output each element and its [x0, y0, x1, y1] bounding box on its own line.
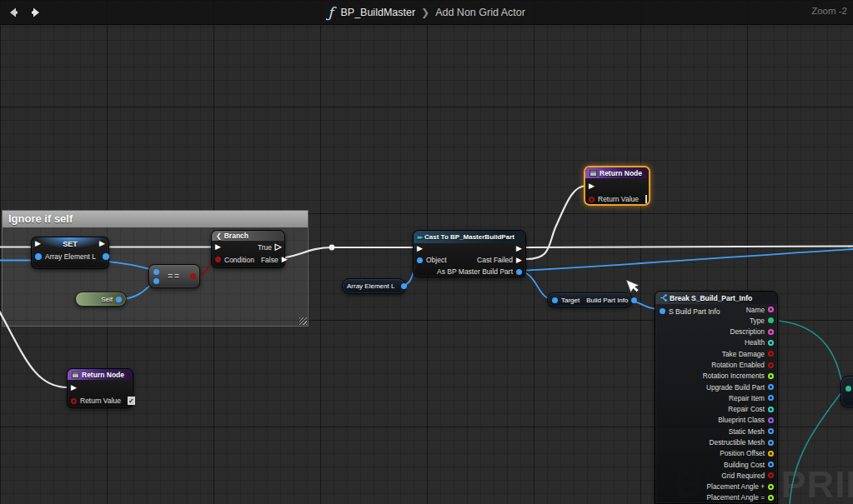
node-return-bottom[interactable]: Return Node ▶ Return Value — [67, 368, 133, 408]
pin-label: Build Part Info — [586, 297, 628, 304]
break-output-row: Description — [655, 327, 774, 337]
object-pin[interactable] — [417, 257, 423, 263]
node-partial-right-edge[interactable] — [840, 376, 853, 407]
false-exec-pin[interactable]: ▶ — [282, 256, 288, 263]
return-value-pin[interactable] — [71, 398, 77, 404]
break-output-row: Type — [655, 315, 774, 326]
node-title: SET — [44, 240, 96, 248]
output-pin[interactable] — [768, 417, 774, 423]
output-pin[interactable] — [768, 329, 774, 335]
node-self-getter[interactable]: Self — [75, 292, 127, 307]
output-pin[interactable] — [768, 428, 774, 434]
return-value-checkbox[interactable] — [128, 397, 135, 405]
node-title: Branch — [224, 232, 248, 240]
pin-label: True — [258, 243, 272, 252]
output-pin[interactable] — [768, 407, 774, 412]
output-pin[interactable] — [768, 351, 774, 357]
node-title: Return Node — [82, 371, 124, 379]
output-pin[interactable] — [768, 440, 774, 446]
node-set-array-element[interactable]: ▶ SET ▶ Array Element L — [31, 237, 109, 269]
node-array-element-getter[interactable]: Array Element L — [342, 278, 406, 294]
break-output-row: Repair Item — [655, 392, 774, 403]
exec-in-pin[interactable]: ▶ — [71, 384, 77, 392]
node-cast-to-bp-masterbuildpart[interactable]: ▸▸ Cast To BP_MasterBuildPart ▶ ▶ Object… — [413, 230, 526, 277]
pin-label: Grid Required — [721, 472, 765, 480]
pin-label: Rotation Increments — [703, 372, 765, 380]
node-title: Break S_Build_Part_Info — [670, 294, 752, 302]
cast-icon: ▸▸ — [418, 234, 422, 241]
breadcrumb-separator-icon: ❯ — [421, 7, 429, 18]
output-pin[interactable] — [768, 340, 774, 346]
wire-asbp-right — [521, 249, 853, 271]
build-part-info-out-pin[interactable] — [631, 297, 637, 303]
pin-label: Health — [745, 338, 765, 347]
output-pin[interactable] — [768, 451, 774, 457]
output-pin[interactable] — [768, 373, 774, 379]
pin-label: Building Cost — [724, 461, 765, 469]
return-value-pin[interactable] — [589, 197, 595, 202]
teal-pin[interactable] — [845, 386, 851, 392]
break-output-row: Destructible Mesh — [655, 437, 774, 447]
blueprint-graph-canvas[interactable]: BLUEPRINT Ignore if self — [0, 0, 853, 504]
exec-in-pin[interactable]: ▶ — [589, 182, 595, 190]
output-pin[interactable] — [768, 362, 774, 368]
pin-label: Array Element L — [45, 252, 96, 261]
zoom-level-label: Zoom -2 — [811, 6, 847, 16]
as-bp-master-build-part-pin[interactable] — [516, 269, 522, 275]
output-pin[interactable] — [768, 395, 774, 401]
return-node-icon — [590, 170, 597, 177]
equals-result-pin[interactable] — [190, 273, 196, 279]
pin-label: Rotation Enabled — [711, 361, 765, 369]
condition-pin[interactable] — [215, 257, 221, 262]
exec-in-pin[interactable]: ▶ — [35, 240, 41, 247]
pin-label: Take Damage — [722, 350, 765, 358]
true-exec-pin[interactable]: ▶ — [275, 243, 281, 251]
node-build-part-info-getter[interactable]: Target Build Part Info — [547, 292, 633, 307]
break-output-row: Upgrade Build Part — [655, 382, 774, 392]
array-element-out-pin[interactable] — [401, 283, 407, 289]
pin-label: As BP Master Build Part — [437, 267, 513, 276]
return-node-icon — [72, 372, 79, 378]
self-out-pin[interactable] — [116, 297, 122, 302]
array-element-in-pin[interactable] — [35, 253, 42, 260]
branch-icon: ❮ — [216, 232, 222, 240]
break-output-row: Grid Required — [655, 470, 774, 481]
graph-toolbar: ƒ BP_BuildMaster ❯ Add Non Grid Actor Zo… — [0, 0, 853, 25]
exec-out-pin[interactable]: ▶ — [516, 245, 522, 252]
output-pin[interactable] — [768, 472, 774, 478]
back-button[interactable] — [4, 3, 23, 22]
output-pin[interactable] — [768, 484, 774, 490]
pin-label: Position Offset — [720, 449, 765, 457]
output-pin[interactable] — [768, 495, 774, 501]
comment-resize-grip[interactable] — [299, 317, 307, 325]
node-return-top[interactable]: Return Node ▶ Return Value — [584, 166, 650, 206]
pin-label: Return Value — [598, 195, 639, 203]
self-label: Self — [101, 296, 113, 303]
breadcrumb-blueprint-name[interactable]: BP_BuildMaster — [340, 7, 415, 18]
breadcrumb-function-name[interactable]: Add Non Grid Actor — [435, 7, 525, 18]
pin-label: Placement Angle + — [707, 482, 765, 491]
pin-label: Cast Failed — [477, 256, 513, 264]
return-value-checkbox[interactable] — [645, 195, 647, 203]
cast-failed-exec-pin[interactable]: ▶ — [516, 257, 522, 264]
wire-junction-dot — [329, 245, 335, 251]
exec-in-pin[interactable]: ▶ — [215, 243, 221, 251]
output-pin[interactable] — [768, 317, 774, 323]
function-icon: ƒ — [328, 4, 333, 21]
forward-button[interactable] — [27, 3, 45, 22]
exec-in-pin[interactable]: ▶ — [417, 245, 423, 252]
node-title: Cast To BP_MasterBuildPart — [424, 233, 514, 241]
array-element-out-pin[interactable] — [103, 253, 109, 260]
comment-title[interactable]: Ignore if self — [3, 211, 308, 227]
exec-out-pin[interactable]: ▶ — [99, 240, 105, 247]
node-branch[interactable]: ❮ Branch ▶ True ▶ Condition False ▶ — [211, 230, 285, 268]
pin-label: False — [261, 256, 278, 264]
node-break-s-build-part-info[interactable]: Break S_Build_Part_Info S Build Part Inf… — [655, 291, 778, 504]
pin-label: Placement Angle = — [707, 493, 765, 502]
node-equals[interactable]: == — [148, 264, 200, 288]
target-pin[interactable] — [552, 297, 558, 303]
output-pin[interactable] — [768, 307, 774, 312]
output-pin[interactable] — [768, 462, 774, 467]
output-pin[interactable] — [768, 384, 774, 390]
pin-label: Condition — [224, 256, 254, 264]
